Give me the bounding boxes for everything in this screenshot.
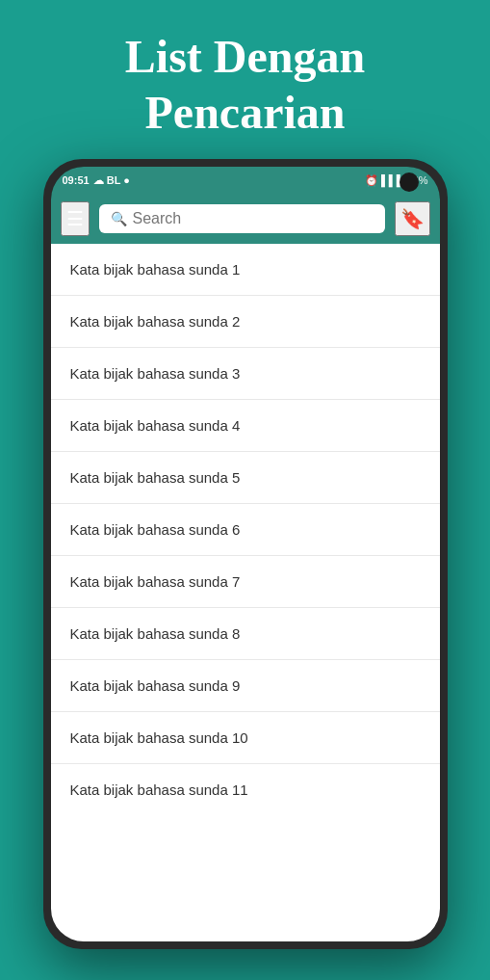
list-item[interactable]: Kata bijak bahasa sunda 5 bbox=[51, 452, 440, 504]
page-title: List Dengan Pencarian bbox=[125, 29, 365, 140]
list-item[interactable]: Kata bijak bahasa sunda 6 bbox=[51, 504, 440, 556]
list-item[interactable]: Kata bijak bahasa sunda 9 bbox=[51, 660, 440, 712]
status-time: 09:51 bbox=[63, 174, 90, 186]
search-input[interactable] bbox=[133, 210, 374, 227]
search-icon: 🔍 bbox=[111, 211, 127, 227]
bookmark-button[interactable]: 🔖 bbox=[395, 201, 430, 236]
list-container: Kata bijak bahasa sunda 1Kata bijak baha… bbox=[51, 244, 440, 941]
list-item[interactable]: Kata bijak bahasa sunda 7 bbox=[51, 556, 440, 608]
status-right: ⏰ ▌▌▌ 23% bbox=[365, 174, 427, 187]
status-bar: 09:51 ☁ BL ● ⏰ ▌▌▌ 23% bbox=[51, 167, 440, 194]
status-indicators: ☁ BL ● bbox=[93, 174, 130, 187]
list-item[interactable]: Kata bijak bahasa sunda 3 bbox=[51, 348, 440, 400]
list-item[interactable]: Kata bijak bahasa sunda 4 bbox=[51, 400, 440, 452]
page-title-container: List Dengan Pencarian bbox=[0, 0, 490, 159]
title-line2: Pencarian bbox=[145, 87, 346, 138]
top-bar: ☰ 🔍 🔖 bbox=[51, 194, 440, 244]
menu-button[interactable]: ☰ bbox=[61, 201, 90, 236]
camera-cutout bbox=[400, 172, 419, 192]
list-item[interactable]: Kata bijak bahasa sunda 2 bbox=[51, 296, 440, 348]
list-item[interactable]: Kata bijak bahasa sunda 10 bbox=[51, 712, 440, 764]
search-container[interactable]: 🔍 bbox=[99, 204, 385, 233]
status-alarm: ⏰ bbox=[365, 174, 378, 187]
title-line1: List Dengan bbox=[125, 31, 365, 82]
phone-screen: 09:51 ☁ BL ● ⏰ ▌▌▌ 23% ☰ 🔍 🔖 Kata bijak … bbox=[51, 167, 440, 941]
phone-frame: 09:51 ☁ BL ● ⏰ ▌▌▌ 23% ☰ 🔍 🔖 Kata bijak … bbox=[43, 159, 448, 949]
list-item[interactable]: Kata bijak bahasa sunda 11 bbox=[51, 764, 440, 815]
list-item[interactable]: Kata bijak bahasa sunda 1 bbox=[51, 244, 440, 296]
list-item[interactable]: Kata bijak bahasa sunda 8 bbox=[51, 608, 440, 660]
status-left: 09:51 ☁ BL ● bbox=[63, 174, 130, 187]
